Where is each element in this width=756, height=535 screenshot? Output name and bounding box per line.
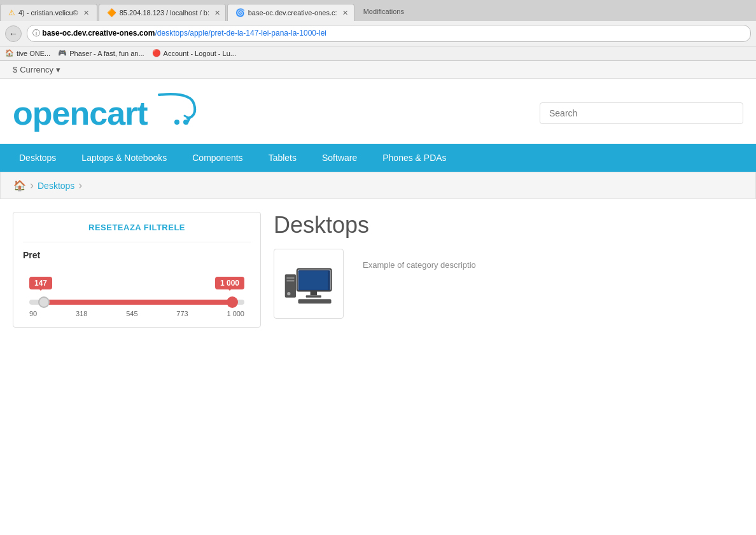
nav-link-desktops[interactable]: Desktops	[6, 144, 69, 172]
breadcrumb-home-icon[interactable]: 🏠	[13, 179, 26, 191]
tab-pma-icon: 🔶	[107, 8, 116, 17]
address-domain: base-oc.dev.creative-ones.com	[42, 29, 155, 38]
price-slider-handle-min[interactable]	[38, 296, 50, 308]
filter-panel: RESETEAZA FILTRELE Pret 147 1 000	[13, 212, 261, 328]
currency-selector[interactable]: $ Currency ▾	[13, 65, 60, 74]
nav-list: Desktops Laptops & Notebooks Components …	[0, 144, 756, 172]
logo-text: opencart	[13, 94, 148, 132]
category-title: Desktops	[274, 212, 743, 239]
bookmark-phaser-label: Phaser - A fast, fun an...	[69, 50, 144, 57]
currency-dollar-icon: $	[13, 65, 17, 74]
tab-warning-icon: ⚠	[8, 8, 15, 17]
nav-link-laptops[interactable]: Laptops & Notebooks	[69, 144, 179, 172]
nav-item-tablets[interactable]: Tablets	[256, 144, 309, 172]
search-box[interactable]	[540, 102, 743, 124]
tab-close-3[interactable]: ✕	[342, 9, 348, 17]
browser-tab-3[interactable]: 🌀 base-oc.dev.creative-ones.c: ✕	[227, 4, 354, 21]
tab-close-2[interactable]: ✕	[214, 9, 220, 17]
price-filter-label: Pret	[23, 250, 251, 260]
search-input[interactable]	[549, 108, 734, 118]
bookmark-tive-label: tive ONE...	[17, 50, 50, 57]
page-content: $ Currency ▾ opencart	[0, 61, 756, 340]
top-bar: $ Currency ▾	[0, 61, 756, 79]
bookmark-phaser[interactable]: 🎮 Phaser - A fast, fun an...	[58, 49, 144, 57]
bookmark-account-label: Account - Logout - Lu...	[164, 50, 236, 57]
svg-point-3	[184, 121, 187, 124]
price-range-labels: 90 318 545 773 1 000	[29, 310, 244, 317]
browser-tabs: ⚠ 4) - cristian.velicu© ✕ 🔶 85.204.18.12…	[0, 0, 756, 21]
tab-label-1: 4) - cristian.velicu©	[18, 9, 78, 17]
svg-rect-10	[311, 291, 317, 295]
bookmark-account[interactable]: 🔴 Account - Logout - Lu...	[152, 49, 236, 57]
browser-tab-2[interactable]: 🔶 85.204.18.123 / localhost / b: ✕	[99, 4, 226, 21]
tab-label-4: Modifications	[363, 8, 404, 15]
logo-cart-icon	[153, 92, 204, 134]
range-label-3: 773	[176, 310, 188, 317]
price-max-bubble: 1 000	[215, 277, 244, 289]
filter-reset-section: RESETEAZA FILTRELE	[23, 222, 251, 232]
address-protocol: ⓘ	[32, 29, 42, 38]
tab-label-2: 85.204.18.123 / localhost / b:	[120, 9, 209, 17]
svg-rect-12	[298, 299, 332, 303]
computer-illustration	[284, 260, 333, 308]
category-description-wrapper: Example of category descriptio	[363, 254, 476, 270]
svg-point-7	[287, 292, 290, 295]
main-navigation: Desktops Laptops & Notebooks Components …	[0, 144, 756, 172]
price-bubbles: 147 1 000	[29, 273, 244, 293]
browser-chrome: ⚠ 4) - cristian.velicu© ✕ 🔶 85.204.18.12…	[0, 0, 756, 61]
browser-tab-4[interactable]: Modifications	[356, 4, 412, 21]
nav-link-components[interactable]: Components	[179, 144, 255, 172]
category-section: Desktops	[274, 212, 743, 319]
nav-link-phones[interactable]: Phones & PDAs	[370, 144, 459, 172]
price-slider-container: 147 1 000 90 318 545 773	[23, 273, 251, 317]
nav-item-components[interactable]: Components	[179, 144, 255, 172]
range-label-2: 545	[126, 310, 137, 317]
bookmark-tive[interactable]: 🏠 tive ONE...	[5, 49, 50, 57]
browser-tab-1[interactable]: ⚠ 4) - cristian.velicu© ✕	[0, 4, 97, 21]
svg-rect-13	[299, 271, 328, 289]
currency-label: Currency	[20, 65, 53, 74]
breadcrumb-separator: ›	[30, 179, 34, 192]
nav-item-software[interactable]: Software	[309, 144, 370, 172]
main-content: RESETEAZA FILTRELE Pret 147 1 000	[0, 199, 756, 340]
svg-point-2	[175, 121, 178, 124]
category-image-card[interactable]	[274, 249, 344, 319]
tab-label-3: base-oc.dev.creative-ones.c:	[248, 9, 337, 17]
range-label-4: 1 000	[227, 310, 244, 317]
price-slider-handle-max[interactable]	[227, 296, 238, 308]
nav-link-software[interactable]: Software	[309, 144, 370, 172]
address-bar[interactable]: ⓘ base-oc.dev.creative-ones.com/desktops…	[27, 25, 751, 42]
price-slider-fill	[42, 300, 234, 305]
category-content: Example of category descriptio	[274, 249, 743, 319]
nav-item-desktops[interactable]: Desktops	[6, 144, 69, 172]
currency-dropdown-icon: ▾	[56, 65, 60, 74]
svg-rect-11	[306, 295, 321, 297]
bookmark-phaser-icon: 🎮	[58, 49, 67, 57]
price-filter-section: Pret 147 1 000 90	[23, 242, 251, 317]
nav-item-phones[interactable]: Phones & PDAs	[370, 144, 459, 172]
address-path: /desktops/apple/pret-de-la-147-lei-pana-…	[155, 29, 327, 38]
back-button[interactable]: ←	[5, 25, 22, 42]
tab-oc-icon: 🌀	[235, 8, 245, 17]
breadcrumb: 🏠 › Desktops ›	[0, 172, 756, 199]
svg-rect-6	[286, 280, 294, 282]
range-label-1: 318	[76, 310, 87, 317]
nav-item-laptops[interactable]: Laptops & Notebooks	[69, 144, 179, 172]
filter-reset-button[interactable]: RESETEAZA FILTRELE	[88, 223, 185, 232]
browser-bookmarks: 🏠 tive ONE... 🎮 Phaser - A fast, fun an.…	[0, 46, 756, 60]
price-slider-track[interactable]	[29, 300, 244, 305]
browser-address-bar: ← ⓘ base-oc.dev.creative-ones.com/deskto…	[0, 21, 756, 46]
nav-link-tablets[interactable]: Tablets	[256, 144, 309, 172]
bookmark-account-icon: 🔴	[152, 49, 161, 57]
bookmark-tive-icon: 🏠	[5, 49, 14, 57]
svg-rect-5	[286, 277, 294, 279]
site-logo[interactable]: opencart	[13, 92, 204, 134]
category-description: Example of category descriptio	[363, 260, 476, 270]
range-label-0: 90	[29, 310, 37, 317]
breadcrumb-current: Desktops	[38, 181, 74, 191]
price-min-bubble: 147	[29, 277, 52, 289]
breadcrumb-end-arrow: ›	[78, 179, 82, 192]
site-header: opencart	[0, 79, 756, 144]
tab-close-1[interactable]: ✕	[83, 9, 89, 17]
